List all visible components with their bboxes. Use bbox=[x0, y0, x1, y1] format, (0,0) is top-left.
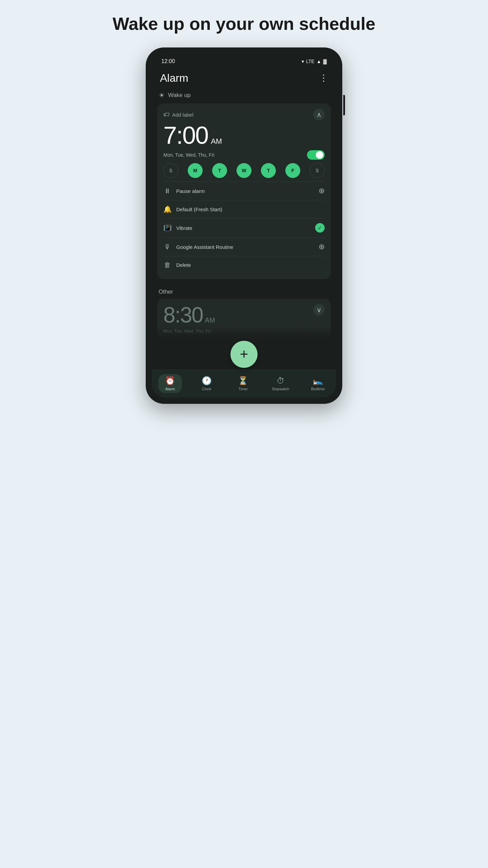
day-sunday[interactable]: S bbox=[163, 163, 178, 178]
bedtime-nav-label: Bedtime bbox=[311, 387, 325, 391]
signal-icon: ▲ bbox=[317, 59, 321, 64]
delete-option[interactable]: 🗑 Delete bbox=[163, 256, 325, 274]
stopwatch-nav-label: Stopwatch bbox=[272, 387, 289, 391]
label-icon: 🏷 bbox=[163, 111, 169, 118]
pause-alarm-option[interactable]: ⏸ Pause alarm ⊕ bbox=[163, 181, 325, 200]
alarm-card-2: 8:30 AM Mon, Tue, Wed, Thu, Fri ∨ bbox=[157, 299, 331, 339]
vibrate-text: Vibrate bbox=[176, 225, 310, 231]
add-label-text: Add label bbox=[172, 112, 194, 118]
ringtone-icon: 🔔 bbox=[163, 205, 171, 213]
day-circles: S M T W T F S bbox=[163, 163, 325, 178]
day-tuesday[interactable]: T bbox=[212, 163, 227, 178]
day-monday[interactable]: M bbox=[188, 163, 203, 178]
add-alarm-button[interactable]: + bbox=[230, 341, 258, 368]
nav-item-timer[interactable]: ⏳ Timer bbox=[231, 374, 255, 393]
menu-button[interactable]: ⋮ bbox=[319, 73, 328, 83]
nav-item-bedtime[interactable]: 🛌 Bedtime bbox=[306, 374, 330, 393]
app-title: Alarm bbox=[160, 72, 188, 84]
day-wednesday[interactable]: W bbox=[237, 163, 251, 178]
timer-nav-icon: ⏳ bbox=[238, 376, 248, 386]
toggle-knob bbox=[316, 151, 323, 159]
wake-up-label-text: Wake up bbox=[168, 92, 190, 99]
alarm-1-days-text: Mon, Tue, Wed, Thu, Fri bbox=[163, 152, 214, 158]
app-header: Alarm ⋮ bbox=[152, 66, 336, 88]
vibrate-check-icon: ✓ bbox=[315, 223, 325, 233]
pause-alarm-add-icon: ⊕ bbox=[319, 186, 325, 195]
alarm-1-toggle[interactable] bbox=[307, 150, 325, 160]
status-bar: 12:00 ▾ LTE ▲ ▓ bbox=[152, 54, 336, 66]
google-assistant-icon: 🎙 bbox=[163, 243, 171, 251]
alarm-2-time: 8:30 bbox=[163, 304, 203, 326]
bedtime-nav-icon: 🛌 bbox=[313, 376, 323, 386]
stopwatch-nav-icon: ⏱ bbox=[277, 376, 285, 386]
alarm-nav-label: Alarm bbox=[165, 387, 175, 391]
google-assistant-option[interactable]: 🎙 Google Assistant Routine ⊕ bbox=[163, 237, 325, 256]
fab-area: + bbox=[152, 339, 336, 370]
alarm-1-time: 7:00 bbox=[163, 123, 208, 147]
nav-item-alarm[interactable]: ⏰ Alarm bbox=[158, 374, 182, 393]
ringtone-option[interactable]: 🔔 Default (Fresh Start) bbox=[163, 200, 325, 218]
wifi-icon: ▾ bbox=[302, 59, 304, 64]
status-time: 12:00 bbox=[161, 58, 175, 64]
delete-icon: 🗑 bbox=[163, 261, 171, 269]
battery-icon: ▓ bbox=[323, 59, 327, 64]
alarm-nav-icon: ⏰ bbox=[165, 376, 175, 386]
alarm-2-ampm: AM bbox=[205, 316, 215, 324]
phone-frame: 12:00 ▾ LTE ▲ ▓ Alarm ⋮ ☀ Wake up bbox=[146, 47, 342, 404]
alarm-card-1: 🏷 Add label ∧ 7:00 AM Mon, Tue, Wed, Thu… bbox=[157, 103, 331, 279]
vibrate-icon: 📳 bbox=[163, 224, 171, 232]
clock-nav-icon: 🕐 bbox=[202, 376, 212, 386]
alarm-1-days-row: Mon, Tue, Wed, Thu, Fri bbox=[163, 150, 325, 160]
bottom-nav: ⏰ Alarm 🕐 Clock ⏳ Timer ⏱ Stopwatch 🛌 bbox=[152, 370, 336, 398]
alarm-1-time-row[interactable]: 7:00 AM bbox=[163, 123, 325, 147]
collapse-button-1[interactable]: ∧ bbox=[313, 109, 325, 120]
delete-text: Delete bbox=[176, 262, 325, 268]
other-section-label: Other bbox=[157, 285, 331, 299]
add-label-row[interactable]: 🏷 Add label bbox=[163, 111, 194, 118]
scroll-content: ☀ Wake up 🏷 Add label ∧ 7:00 AM bbox=[152, 88, 336, 339]
nav-item-clock[interactable]: 🕐 Clock bbox=[195, 374, 219, 393]
timer-nav-label: Timer bbox=[238, 387, 248, 391]
collapse-button-2[interactable]: ∨ bbox=[313, 304, 325, 316]
page-title: Wake up on your own schedule bbox=[106, 14, 382, 34]
phone-screen: 12:00 ▾ LTE ▲ ▓ Alarm ⋮ ☀ Wake up bbox=[152, 54, 336, 398]
google-assistant-add-icon: ⊕ bbox=[319, 242, 325, 251]
lte-label: LTE bbox=[306, 59, 314, 64]
phone-side-button bbox=[343, 95, 345, 115]
alarm-card-1-header: 🏷 Add label ∧ bbox=[163, 109, 325, 120]
ringtone-text: Default (Fresh Start) bbox=[176, 206, 325, 212]
pause-alarm-icon: ⏸ bbox=[163, 187, 171, 195]
clock-nav-label: Clock bbox=[202, 387, 211, 391]
google-assistant-text: Google Assistant Routine bbox=[176, 244, 314, 250]
day-saturday[interactable]: S bbox=[310, 163, 325, 178]
pause-alarm-text: Pause alarm bbox=[176, 188, 314, 194]
wake-up-section-label: ☀ Wake up bbox=[157, 91, 331, 99]
status-icons: ▾ LTE ▲ ▓ bbox=[302, 59, 327, 64]
vibrate-option[interactable]: 📳 Vibrate ✓ bbox=[163, 218, 325, 237]
sun-icon: ☀ bbox=[159, 91, 165, 99]
nav-item-stopwatch[interactable]: ⏱ Stopwatch bbox=[268, 374, 293, 393]
partial-overlay bbox=[157, 326, 331, 339]
alarm-1-ampm: AM bbox=[211, 137, 222, 146]
day-friday[interactable]: F bbox=[285, 163, 300, 178]
day-thursday[interactable]: T bbox=[261, 163, 276, 178]
